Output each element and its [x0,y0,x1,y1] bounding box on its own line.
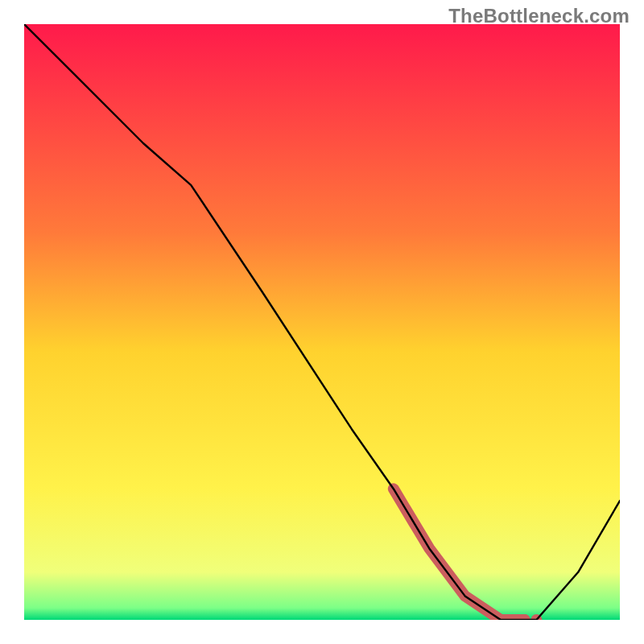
chart-svg [24,24,620,620]
plot-container [24,24,620,620]
watermark-text: TheBottleneck.com [448,5,630,27]
